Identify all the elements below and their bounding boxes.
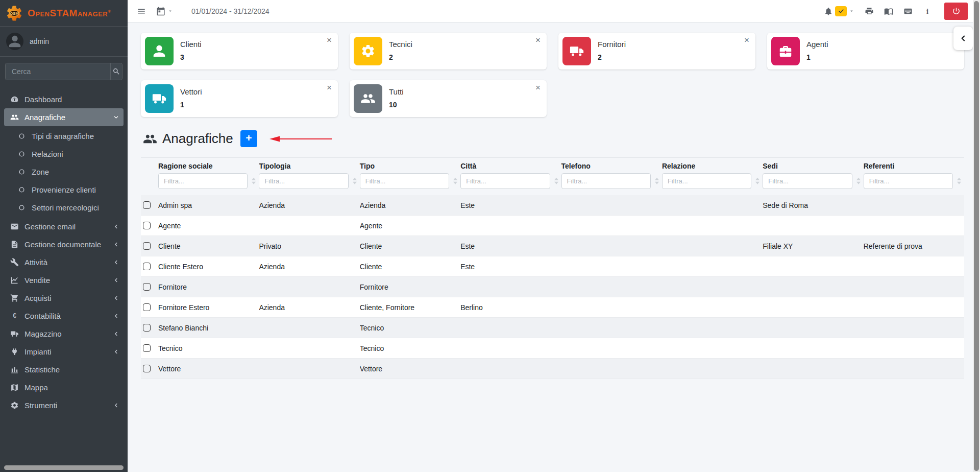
table-row[interactable]: TecnicoTecnico xyxy=(141,338,964,359)
sidebar-item-gestione-documentale[interactable]: Gestione documentale xyxy=(4,235,124,253)
vertical-scrollbar-thumb[interactable] xyxy=(974,1,979,471)
date-range[interactable]: 01/01/2024 - 31/12/2024 xyxy=(191,7,270,15)
sidebar-item-impianti[interactable]: Impianti xyxy=(4,343,124,361)
table-row[interactable]: FornitoreFornitore xyxy=(141,277,964,297)
stat-card-fornitori[interactable]: Fornitori2× xyxy=(558,33,755,69)
period-picker-button[interactable] xyxy=(156,7,173,16)
sidebar-subitem-provenienze-clienti[interactable]: Provenienze clienti xyxy=(4,181,124,199)
table-cell: Azienda xyxy=(259,263,359,271)
search-button[interactable] xyxy=(110,63,122,80)
card-close-button[interactable]: × xyxy=(744,36,749,44)
sidebar-horizontal-scrollbar[interactable] xyxy=(4,465,124,470)
sort-carets-icon[interactable] xyxy=(755,177,760,184)
sidebar-item-anagrafiche[interactable]: Anagrafiche xyxy=(4,108,124,126)
stat-card-agenti[interactable]: Agenti1× xyxy=(767,33,964,69)
sidebar-item-acquisti[interactable]: Acquisti xyxy=(4,289,124,307)
stat-card-tecnici[interactable]: Tecnici2× xyxy=(350,33,547,69)
docs-button[interactable] xyxy=(884,7,893,16)
table-cell: Este xyxy=(460,242,561,250)
card-label: Clienti xyxy=(180,40,202,49)
user-panel[interactable]: admin xyxy=(0,27,128,57)
sort-carets-icon[interactable] xyxy=(957,177,961,184)
table-cell: Cliente Estero xyxy=(158,263,259,271)
sort-carets-icon[interactable] xyxy=(554,177,558,184)
sidebar-item-contabilita[interactable]: €Contabilità xyxy=(4,307,124,325)
sidebar-item-strumenti[interactable]: Strumenti xyxy=(4,396,124,414)
sort-carets-icon[interactable] xyxy=(655,177,659,184)
notifications-button[interactable] xyxy=(824,6,854,16)
filter-input[interactable] xyxy=(864,173,953,189)
card-close-button[interactable]: × xyxy=(535,36,541,44)
row-checkbox[interactable] xyxy=(143,365,151,372)
sidebar-item-label: Strumenti xyxy=(24,401,57,410)
sidebar-item-magazzino[interactable]: Magazzino xyxy=(4,325,124,343)
table-cell: Cliente xyxy=(158,242,259,250)
chevron-left-icon xyxy=(113,223,119,230)
sort-carets-icon[interactable] xyxy=(252,177,256,184)
sidebar-subitem-settori-merceologici[interactable]: Settori merceologici xyxy=(4,199,124,217)
stat-cards: Clienti3×Tecnici2×Fornitori2×Agenti1×Vet… xyxy=(141,33,964,117)
filter-input[interactable] xyxy=(259,173,348,189)
tachometer-icon xyxy=(8,95,20,104)
vertical-scrollbar[interactable] xyxy=(973,0,980,472)
sidebar-toggle-button[interactable] xyxy=(137,7,146,16)
card-count: 3 xyxy=(180,53,202,61)
sidebar-item-dashboard[interactable]: Dashboard xyxy=(4,90,124,108)
table-row[interactable]: Fornitore EsteroAziendaCliente, Fornitor… xyxy=(141,297,964,318)
info-button[interactable]: i xyxy=(923,7,932,16)
table-cell: Agente xyxy=(158,222,259,230)
search-input[interactable] xyxy=(6,63,110,80)
chevron-left-icon xyxy=(113,331,119,337)
filter-input[interactable] xyxy=(662,173,751,189)
sort-carets-icon[interactable] xyxy=(856,177,861,184)
sidebar-subitem-relazioni[interactable]: Relazioni xyxy=(4,145,124,163)
sidebar-item-gestione-email[interactable]: Gestione email xyxy=(4,218,124,235)
filter-input[interactable] xyxy=(360,173,449,189)
card-close-button[interactable]: × xyxy=(327,36,332,44)
table-row[interactable]: Admin spaAziendaAziendaEsteSede di Roma xyxy=(141,195,964,216)
row-checkbox[interactable] xyxy=(143,283,151,291)
sidebar-item-attivita[interactable]: Attività xyxy=(4,253,124,271)
sidebar-item-statistiche[interactable]: Statistiche xyxy=(4,361,124,379)
sidebar-item-label: Statistiche xyxy=(24,365,60,374)
stat-card-clienti[interactable]: Clienti3× xyxy=(141,33,338,69)
filter-input[interactable] xyxy=(158,173,248,189)
row-checkbox[interactable] xyxy=(143,242,151,250)
filter-wrap xyxy=(158,173,259,189)
card-close-button[interactable]: × xyxy=(327,83,332,92)
card-count: 1 xyxy=(180,101,202,109)
row-checkbox[interactable] xyxy=(143,222,151,229)
sidebar-subitem-zone[interactable]: Zone xyxy=(4,163,124,181)
sidebar-item-vendite[interactable]: Vendite xyxy=(4,271,124,289)
logout-button[interactable] xyxy=(944,3,968,20)
table-row[interactable]: AgenteAgente xyxy=(141,216,964,236)
sort-carets-icon[interactable] xyxy=(353,177,357,184)
shortcuts-button[interactable] xyxy=(903,7,913,16)
table-row[interactable]: VettoreVettore xyxy=(141,359,964,379)
sidebar-item-label: Gestione documentale xyxy=(24,240,101,249)
row-checkbox[interactable] xyxy=(143,303,151,311)
stat-card-tutti[interactable]: Tutti10× xyxy=(350,80,547,117)
filter-input[interactable] xyxy=(763,173,852,189)
add-record-button[interactable]: + xyxy=(240,130,257,147)
chartbar-icon xyxy=(8,365,20,374)
sidebar-item-mappa[interactable]: Mappa xyxy=(4,379,124,396)
table-row[interactable]: ClientePrivatoClienteEsteFiliale XYRefer… xyxy=(141,236,964,256)
card-close-button[interactable]: × xyxy=(535,83,541,92)
sidebar-subitem-tipi-di-anagrafiche[interactable]: Tipi di anagrafiche xyxy=(4,127,124,145)
row-checkbox[interactable] xyxy=(143,263,151,270)
row-checkbox[interactable] xyxy=(143,324,151,332)
column-header-ragione-sociale: Ragione sociale xyxy=(158,162,259,194)
table-row[interactable]: Cliente EsteroAziendaClienteEste xyxy=(141,256,964,277)
table-row[interactable]: Stefano BianchiTecnico xyxy=(141,318,964,338)
filter-input[interactable] xyxy=(561,173,651,189)
row-checkbox[interactable] xyxy=(143,201,151,209)
sort-carets-icon[interactable] xyxy=(453,177,457,184)
stat-card-vettori[interactable]: Vettori1× xyxy=(141,80,338,117)
collapse-panel-button[interactable] xyxy=(953,27,973,50)
print-button[interactable] xyxy=(865,7,874,16)
row-checkbox[interactable] xyxy=(143,344,151,352)
column-label: Tipo xyxy=(360,162,460,170)
brand[interactable]: OSM OpenSTAManager® xyxy=(0,0,128,27)
filter-input[interactable] xyxy=(460,173,550,189)
